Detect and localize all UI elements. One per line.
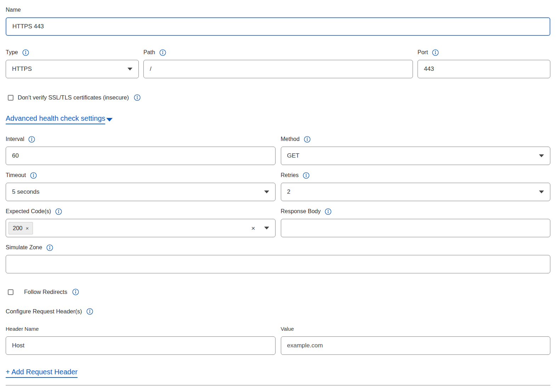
port-label-text: Port <box>418 49 428 56</box>
method-field-group: Method GET <box>281 136 551 165</box>
follow-redirects-label: Follow Redirects <box>24 289 67 295</box>
interval-info-icon[interactable] <box>28 136 35 143</box>
type-label: Type <box>6 49 139 56</box>
type-path-port-row: Type HTTPS Path Port <box>6 49 550 78</box>
interval-field-group: Interval <box>6 136 276 165</box>
method-info-icon[interactable] <box>304 136 311 143</box>
timeout-select[interactable]: 5 seconds <box>6 183 276 201</box>
ssl-verify-row: Don't verify SSL/TLS certificates (insec… <box>6 94 550 101</box>
advanced-settings-link-text: Advanced health check settings <box>6 114 105 124</box>
add-request-header-link-text: + Add Request Header <box>6 368 78 378</box>
path-info-icon[interactable] <box>159 49 166 56</box>
add-header-row: + Add Request Header <box>6 368 550 378</box>
path-input[interactable] <box>143 60 413 78</box>
response-body-label: Response Body <box>281 208 551 215</box>
retries-selected-value: 2 <box>287 188 290 195</box>
port-info-icon[interactable] <box>432 49 439 56</box>
header-value-field-group: Value <box>281 325 551 355</box>
codes-body-row: Expected Code(s) 200 × × Response Body <box>6 208 550 237</box>
multiselect-controls: × <box>251 225 269 232</box>
interval-method-row: Interval Method GET <box>6 136 550 165</box>
request-headers-info-icon[interactable] <box>86 308 93 315</box>
header-value-label-text: Value <box>281 325 294 332</box>
type-label-text: Type <box>6 49 18 56</box>
expected-code-tag: 200 × <box>8 222 33 234</box>
simulate-zone-label-text: Simulate Zone <box>6 244 42 251</box>
add-request-header-link[interactable]: + Add Request Header <box>6 368 78 378</box>
method-label: Method <box>281 136 551 143</box>
timeout-label: Timeout <box>6 172 276 179</box>
retries-info-icon[interactable] <box>303 172 310 179</box>
request-header-row: Header Name Value <box>6 325 550 355</box>
triangle-down-icon <box>106 118 113 121</box>
header-name-input[interactable] <box>6 336 276 355</box>
interval-input[interactable] <box>6 147 276 165</box>
follow-redirects-info-icon[interactable] <box>72 289 79 295</box>
interval-label: Interval <box>6 136 276 143</box>
timeout-selected-value: 5 seconds <box>12 188 40 195</box>
method-selected-value: GET <box>287 152 300 159</box>
type-info-icon[interactable] <box>22 49 29 56</box>
remove-tag-icon[interactable]: × <box>26 226 29 231</box>
path-label-text: Path <box>143 49 155 56</box>
advanced-settings-link[interactable]: Advanced health check settings <box>6 114 113 124</box>
header-name-field-group: Header Name <box>6 325 276 355</box>
dont-verify-ssl-label: Don't verify SSL/TLS certificates (insec… <box>18 94 129 101</box>
simulate-zone-input[interactable] <box>6 255 550 273</box>
expected-codes-info-icon[interactable] <box>55 208 62 215</box>
header-name-label-text: Header Name <box>6 325 39 332</box>
port-input[interactable] <box>418 60 550 78</box>
follow-redirects-checkbox[interactable] <box>8 289 13 295</box>
name-field-group: Name <box>6 6 550 36</box>
method-select[interactable]: GET <box>281 147 551 165</box>
retries-label-text: Retries <box>281 172 299 179</box>
type-selected-value: HTTPS <box>12 66 32 73</box>
advanced-settings-row: Advanced health check settings <box>6 114 550 124</box>
retries-label: Retries <box>281 172 551 179</box>
interval-label-text: Interval <box>6 136 24 143</box>
dont-verify-ssl-info-icon[interactable] <box>134 94 141 101</box>
clear-all-icon[interactable]: × <box>251 225 255 232</box>
timeout-retries-row: Timeout 5 seconds Retries 2 <box>6 172 550 201</box>
simulate-zone-field-group: Simulate Zone <box>6 244 550 273</box>
retries-field-group: Retries 2 <box>281 172 551 201</box>
response-body-input[interactable] <box>281 219 551 237</box>
response-body-field-group: Response Body <box>281 208 551 237</box>
retries-select[interactable]: 2 <box>281 183 551 201</box>
port-field-group: Port <box>418 49 550 78</box>
request-headers-section-label-text: Configure Request Header(s) <box>6 308 82 315</box>
method-label-text: Method <box>281 136 300 143</box>
follow-redirects-row: Follow Redirects <box>6 289 550 295</box>
expected-codes-label-text: Expected Code(s) <box>6 208 51 215</box>
expected-code-tag-value: 200 <box>13 225 23 232</box>
type-field-group: Type HTTPS <box>6 49 139 78</box>
expected-codes-multiselect[interactable]: 200 × × <box>6 219 276 237</box>
path-label: Path <box>143 49 413 56</box>
timeout-info-icon[interactable] <box>30 172 37 179</box>
chevron-down-icon <box>539 154 544 157</box>
expected-codes-field-group: Expected Code(s) 200 × × <box>6 208 276 237</box>
header-value-input[interactable] <box>281 336 551 355</box>
type-select[interactable]: HTTPS <box>6 60 139 78</box>
chevron-down-icon <box>127 68 132 70</box>
name-label-text: Name <box>6 6 21 13</box>
chevron-down-icon <box>539 191 544 193</box>
simulate-zone-info-icon[interactable] <box>46 244 53 251</box>
simulate-zone-label: Simulate Zone <box>6 244 550 251</box>
section-divider <box>6 385 550 386</box>
dont-verify-ssl-checkbox[interactable] <box>8 95 13 101</box>
port-label: Port <box>418 49 550 56</box>
name-label: Name <box>6 6 550 13</box>
timeout-label-text: Timeout <box>6 172 26 179</box>
response-body-info-icon[interactable] <box>325 208 331 215</box>
path-field-group: Path <box>143 49 413 78</box>
header-name-label: Header Name <box>6 325 276 332</box>
response-body-label-text: Response Body <box>281 208 321 215</box>
timeout-field-group: Timeout 5 seconds <box>6 172 276 201</box>
chevron-down-icon[interactable] <box>264 227 269 229</box>
chevron-down-icon <box>264 191 269 193</box>
expected-codes-label: Expected Code(s) <box>6 208 276 215</box>
header-value-label: Value <box>281 325 551 332</box>
health-check-form: Name Type HTTPS Path <box>0 0 556 386</box>
name-input[interactable] <box>6 17 550 36</box>
